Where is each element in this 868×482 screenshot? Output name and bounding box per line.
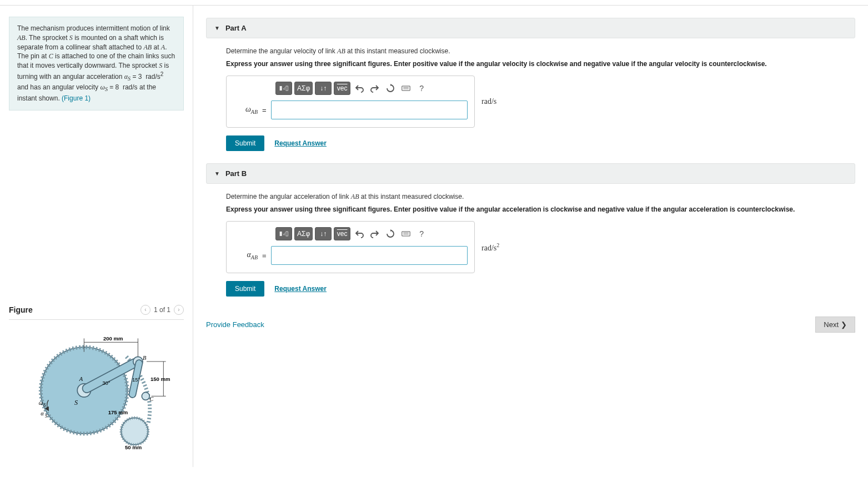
problem-statement: The mechanism produces intermittent moti… xyxy=(9,17,184,111)
figure-title: Figure xyxy=(9,305,33,314)
svg-text:√: √ xyxy=(283,232,285,236)
svg-text:α: α xyxy=(41,410,44,416)
part-a-header[interactable]: ▼ Part A xyxy=(206,18,855,38)
help-button[interactable]: ? xyxy=(415,227,428,240)
svg-rect-38 xyxy=(402,232,410,236)
subsup-button[interactable]: ↓↑ xyxy=(315,227,332,240)
svg-text:C: C xyxy=(149,396,154,402)
svg-text:200 mm: 200 mm xyxy=(103,335,123,341)
part-a-request-answer-link[interactable]: Request Answer xyxy=(274,139,327,147)
vec-button[interactable]: vec xyxy=(334,227,350,240)
svg-text:150 mm: 150 mm xyxy=(150,375,170,381)
figure-counter: 1 of 1 xyxy=(154,306,170,314)
svg-rect-37 xyxy=(286,232,288,236)
part-a-unit: rad/s xyxy=(481,97,496,106)
part-b-answer-input[interactable] xyxy=(271,246,468,265)
problem-text: The mechanism produces intermittent moti… xyxy=(17,24,175,102)
svg-rect-29 xyxy=(280,86,282,91)
keyboard-button[interactable] xyxy=(399,227,413,240)
part-b-unit: rad/s2 xyxy=(481,242,499,253)
vec-button[interactable]: vec xyxy=(334,82,350,95)
part-a-question: Determine the angular velocity of link A… xyxy=(226,47,855,56)
templates-button[interactable]: √ xyxy=(275,82,292,95)
keyboard-button[interactable] xyxy=(399,82,413,95)
part-a-answer-box: √ ΑΣφ ↓↑ vec ? ωAB = xyxy=(226,76,475,128)
reset-button[interactable] xyxy=(384,227,397,240)
part-b-header[interactable]: ▼ Part B xyxy=(206,163,855,184)
undo-button[interactable] xyxy=(353,227,366,240)
svg-text:B: B xyxy=(143,354,147,360)
svg-text:30°: 30° xyxy=(102,379,111,385)
part-a-var-label: ωAB xyxy=(233,105,258,115)
greek-button[interactable]: ΑΣφ xyxy=(294,227,313,240)
svg-text:√: √ xyxy=(283,87,285,91)
svg-text:S: S xyxy=(44,403,46,408)
part-a-submit-button[interactable]: Submit xyxy=(226,135,264,151)
svg-rect-35 xyxy=(280,232,282,236)
caret-down-icon: ▼ xyxy=(214,25,220,31)
part-b-question: Determine the angular acceleration of li… xyxy=(226,193,855,201)
subsup-button[interactable]: ↓↑ xyxy=(315,82,332,95)
svg-text:S: S xyxy=(45,413,47,418)
provide-feedback-link[interactable]: Provide Feedback xyxy=(206,320,264,329)
reset-button[interactable] xyxy=(384,82,397,95)
part-b-var-label: αAB xyxy=(233,250,258,260)
svg-text:A: A xyxy=(79,375,83,381)
part-b-instruction: Express your answer using three signific… xyxy=(226,205,855,213)
caret-down-icon: ▼ xyxy=(214,170,220,177)
undo-button[interactable] xyxy=(353,82,366,95)
svg-text:50 mm: 50 mm xyxy=(125,444,142,450)
greek-button[interactable]: ΑΣφ xyxy=(294,82,313,95)
svg-text:175 mm: 175 mm xyxy=(108,409,128,415)
part-a-title: Part A xyxy=(225,24,247,32)
help-button[interactable]: ? xyxy=(415,82,428,95)
part-b-request-answer-link[interactable]: Request Answer xyxy=(274,285,327,293)
part-b-answer-box: √ ΑΣφ ↓↑ vec ? αAB = xyxy=(226,221,475,273)
next-button[interactable]: Next ❯ xyxy=(815,317,855,333)
figure-link[interactable]: (Figure 1) xyxy=(62,94,91,102)
part-b-title: Part B xyxy=(225,169,247,178)
figure-image: 200 mm 150 mm 175 mm 50 mm 30° 15° A B C… xyxy=(9,327,184,467)
redo-button[interactable] xyxy=(368,82,382,95)
part-b-submit-button[interactable]: Submit xyxy=(226,281,264,297)
figure-prev-button[interactable]: ‹ xyxy=(141,305,150,315)
svg-rect-32 xyxy=(402,86,410,91)
part-a-answer-input[interactable] xyxy=(271,101,468,119)
chevron-right-icon: ❯ xyxy=(841,320,847,329)
svg-text:15°: 15° xyxy=(132,376,141,383)
part-a-instruction: Express your answer using three signific… xyxy=(226,60,855,68)
figure-next-button[interactable]: › xyxy=(174,305,184,315)
svg-text:S: S xyxy=(74,399,78,406)
redo-button[interactable] xyxy=(368,227,382,240)
svg-rect-31 xyxy=(286,86,288,91)
templates-button[interactable]: √ xyxy=(275,227,292,240)
svg-text:ω: ω xyxy=(39,400,43,406)
svg-point-8 xyxy=(142,392,149,400)
